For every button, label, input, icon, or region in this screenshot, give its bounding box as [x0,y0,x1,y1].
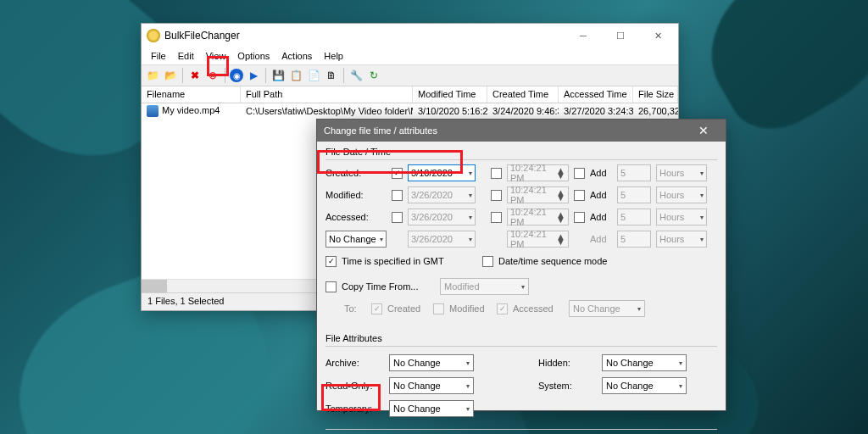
label-add4: Add [590,234,612,244]
label-add2: Add [590,190,612,200]
menu-actions[interactable]: Actions [275,49,318,63]
input-created-time[interactable]: 10:24:21 PM▲▼ [507,164,569,181]
menu-edit[interactable]: Edit [172,49,200,63]
properties-icon[interactable]: 🔧 [348,68,364,83]
label-hidden: Hidden: [538,358,602,368]
minimize-button[interactable]: ─ [565,24,602,47]
execute-icon[interactable]: ▶ [246,68,261,83]
row-modified: Modified: 3/26/2020▾ 10:24:21 PM▲▼ Add 5… [326,186,717,204]
refresh-icon[interactable]: ↻ [366,68,381,83]
chk-seq[interactable] [482,256,493,267]
copy2-icon[interactable]: 📄 [306,68,321,83]
chk-modified-time[interactable] [491,190,502,201]
select-nochange-main[interactable]: No Change▾ [326,231,387,248]
row-gmt: Time is specified in GMT Date/time seque… [326,252,717,270]
label-system: System: [538,381,602,391]
label-seq: Date/time sequence mode [498,256,607,266]
col-created[interactable]: Created Time [487,86,559,103]
label-gmt: Time is specified in GMT [342,256,477,266]
row-copy-to: To: Created Modified Accessed No Change▾ [326,299,717,318]
app-icon [147,29,160,42]
label-modified: Modified: [326,190,387,200]
select-readonly[interactable]: No Change▾ [389,377,474,394]
chk-modified-add[interactable] [574,190,585,201]
change-time-dialog: Change file time / attributes ✕ File Dat… [316,119,726,411]
menu-view[interactable]: View [200,49,232,63]
cell-modified: 3/10/2020 5:16:2... [413,106,487,116]
dialog-titlebar: Change file time / attributes ✕ [317,120,726,142]
save-icon[interactable]: 💾 [270,68,286,83]
col-fullpath[interactable]: Full Path [241,86,413,103]
select-temporary[interactable]: No Change▾ [389,400,474,417]
change-time-icon[interactable]: ◉ [230,69,243,82]
input-extra-date[interactable]: 3/26/2020▾ [408,231,476,248]
toolbar: 📁 📂 ✖ ⊗ ◉ ▶ 💾 📋 📄 🗎 🔧 ↻ [142,64,678,86]
group-file-date: File Date / Time [317,142,726,159]
cell-filename: My video.mp4 [162,105,220,115]
close-button[interactable]: ✕ [639,24,676,47]
col-filename[interactable]: Filename [142,86,241,103]
select-created-unit[interactable]: Hours▾ [656,164,707,181]
chk-accessed-add[interactable] [574,212,585,223]
chk-accessed-time[interactable] [491,212,502,223]
label-archive: Archive: [326,358,389,368]
cell-filesize: 26,700,322 [633,106,678,116]
select-extra-unit[interactable]: Hours▾ [656,231,707,248]
input-modified-time[interactable]: 10:24:21 PM▲▼ [507,186,569,203]
copy-icon[interactable]: 📋 [288,68,303,83]
label-add: Add [590,168,612,178]
input-accessed-addnum[interactable]: 5 [617,209,651,225]
input-created-addnum[interactable]: 5 [617,164,651,181]
maximize-button[interactable]: ☐ [602,24,639,47]
col-modified[interactable]: Modified Time [413,86,487,103]
clear-icon[interactable]: ⊗ [205,68,220,83]
select-system[interactable]: No Change▾ [602,377,687,394]
html-icon[interactable]: 🗎 [324,68,339,83]
menu-options[interactable]: Options [231,49,275,63]
window-title: BulkFileChanger [164,30,565,42]
select-to-nochange[interactable]: No Change▾ [569,300,645,317]
chk-accessed-date[interactable] [392,212,403,223]
input-extra-time[interactable]: 10:24:21 PM▲▼ [507,231,569,248]
select-modified-unit[interactable]: Hours▾ [656,186,707,203]
select-archive[interactable]: No Change▾ [389,354,474,371]
label-to-created: Created [387,303,428,314]
folder-add-icon[interactable]: 📁 [145,68,160,83]
dialog-close-button[interactable]: ✕ [688,124,719,137]
chk-to-modified[interactable] [433,303,444,314]
input-extra-addnum[interactable]: 5 [617,231,651,248]
chk-copy-from[interactable] [326,281,337,292]
input-modified-addnum[interactable]: 5 [617,186,651,203]
input-accessed-date[interactable]: 3/26/2020▾ [408,209,476,225]
remove-icon[interactable]: ✖ [187,68,203,83]
chk-to-created[interactable] [371,303,382,314]
chk-created-date[interactable] [392,168,403,179]
col-filesize[interactable]: File Size [633,86,678,103]
input-created-date[interactable]: 3/10/2020▾ [408,164,476,181]
dialog-title: Change file time / attributes [324,125,437,136]
col-accessed[interactable]: Accessed Time [559,86,633,103]
select-hidden[interactable]: No Change▾ [602,354,687,371]
label-copy-from: Copy Time From... [342,281,435,292]
cell-accessed: 3/27/2020 3:24:3... [559,106,633,116]
folder-tree-icon[interactable]: 📂 [163,68,178,83]
file-row[interactable]: My video.mp4 C:\Users\fatiw\Desktop\My V… [142,103,678,119]
select-accessed-unit[interactable]: Hours▾ [656,209,707,225]
label-to-accessed: Accessed [513,303,564,314]
titlebar: BulkFileChanger ─ ☐ ✕ [142,24,678,47]
input-accessed-time[interactable]: 10:24:21 PM▲▼ [507,209,569,225]
chk-created-time[interactable] [491,168,502,179]
chk-created-add[interactable] [574,168,585,179]
cell-fullpath: C:\Users\fatiw\Desktop\My Video folder\M… [241,106,413,116]
menubar: File Edit View Options Actions Help [142,47,678,64]
input-modified-date[interactable]: 3/26/2020▾ [408,186,476,203]
select-copy-source[interactable]: Modified▾ [440,278,529,295]
chk-gmt[interactable] [326,256,337,267]
menu-file[interactable]: File [145,49,172,63]
cell-created: 3/24/2020 9:46:3... [487,106,559,116]
chk-to-accessed[interactable] [497,303,508,314]
video-file-icon [147,105,159,117]
row-nochange: No Change▾ 3/26/2020▾ 10:24:21 PM▲▼ Add … [326,230,717,248]
menu-help[interactable]: Help [318,49,349,63]
chk-modified-date[interactable] [392,190,403,201]
